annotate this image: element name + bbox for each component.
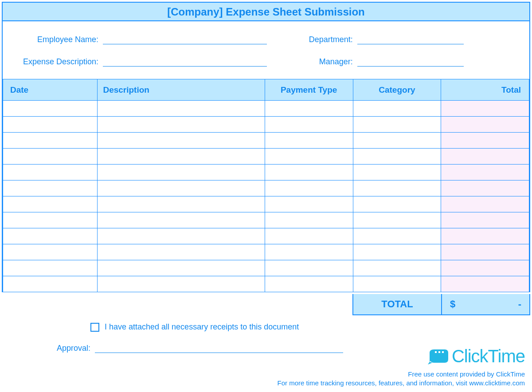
brand-name: ClickTime [452, 346, 525, 366]
cell-description[interactable] [98, 180, 265, 196]
cell-description[interactable] [98, 165, 265, 180]
cell-description[interactable] [98, 212, 265, 228]
table-row [3, 276, 529, 292]
cell-category[interactable] [353, 133, 441, 149]
cell-category[interactable] [353, 228, 441, 244]
employee-name-field: Employee Name: [12, 35, 275, 44]
table-row [3, 165, 529, 180]
table-row [3, 117, 529, 133]
cell-category[interactable] [353, 260, 441, 276]
cell-payment_type[interactable] [265, 196, 353, 212]
credit-line-1: Free use content provided by ClickTime [408, 370, 525, 378]
employee-name-label: Employee Name: [12, 35, 100, 44]
cell-description[interactable] [98, 228, 265, 244]
expense-desc-input[interactable] [103, 57, 267, 67]
cell-description[interactable] [98, 276, 265, 292]
cell-total[interactable] [441, 180, 529, 196]
cell-description[interactable] [98, 196, 265, 212]
cell-description[interactable] [98, 149, 265, 165]
cell-payment_type[interactable] [265, 244, 353, 260]
cell-payment_type[interactable] [265, 117, 353, 133]
clock-icon [427, 348, 449, 365]
col-payment-type: Payment Type [265, 79, 353, 101]
manager-field: Manager: [275, 57, 520, 67]
cell-category[interactable] [353, 244, 441, 260]
cell-description[interactable] [98, 101, 265, 117]
cell-description[interactable] [98, 244, 265, 260]
cell-total[interactable] [441, 101, 529, 117]
approval-input[interactable] [95, 343, 343, 353]
cell-payment_type[interactable] [265, 101, 353, 117]
cell-date[interactable] [3, 244, 98, 260]
cell-total[interactable] [441, 196, 529, 212]
cell-date[interactable] [3, 165, 98, 180]
department-input[interactable] [357, 35, 464, 44]
cell-date[interactable] [3, 180, 98, 196]
cell-date[interactable] [3, 117, 98, 133]
cell-date[interactable] [3, 276, 98, 292]
col-date: Date [3, 79, 98, 101]
cell-category[interactable] [353, 117, 441, 133]
cell-date[interactable] [3, 212, 98, 228]
cell-category[interactable] [353, 212, 441, 228]
cell-total[interactable] [441, 212, 529, 228]
cell-payment_type[interactable] [265, 260, 353, 276]
cell-description[interactable] [98, 260, 265, 276]
table-row [3, 228, 529, 244]
cell-description[interactable] [98, 117, 265, 133]
cell-category[interactable] [353, 165, 441, 180]
cell-date[interactable] [3, 228, 98, 244]
cell-category[interactable] [353, 149, 441, 165]
expense-table: Date Description Payment Type Category T… [3, 79, 529, 292]
table-header-row: Date Description Payment Type Category T… [3, 79, 529, 101]
cell-date[interactable] [3, 149, 98, 165]
brand-logo: ClickTime [427, 346, 525, 366]
cell-total[interactable] [441, 165, 529, 180]
cell-total[interactable] [441, 244, 529, 260]
col-category: Category [353, 79, 441, 101]
receipts-checkbox[interactable] [90, 323, 99, 332]
manager-input[interactable] [357, 57, 464, 67]
cell-description[interactable] [98, 133, 265, 149]
totals-value: $ - [442, 294, 530, 315]
page-title: [Company] Expense Sheet Submission [3, 3, 529, 21]
svg-rect-2 [442, 351, 444, 353]
cell-category[interactable] [353, 276, 441, 292]
department-label: Department: [275, 35, 355, 44]
expense-desc-field: Expense Description: [12, 57, 275, 67]
cell-category[interactable] [353, 101, 441, 117]
table-row [3, 133, 529, 149]
table-row [3, 244, 529, 260]
cell-payment_type[interactable] [265, 133, 353, 149]
table-row [3, 196, 529, 212]
totals-currency: $ [450, 298, 455, 310]
cell-date[interactable] [3, 196, 98, 212]
totals-amount: - [518, 298, 521, 310]
cell-total[interactable] [441, 228, 529, 244]
receipts-label: I have attached all necessary receipts t… [105, 322, 299, 332]
cell-payment_type[interactable] [265, 165, 353, 180]
cell-payment_type[interactable] [265, 228, 353, 244]
cell-total[interactable] [441, 260, 529, 276]
cell-date[interactable] [3, 133, 98, 149]
cell-payment_type[interactable] [265, 149, 353, 165]
cell-payment_type[interactable] [265, 212, 353, 228]
expense-sheet: [Company] Expense Sheet Submission Emplo… [2, 2, 530, 292]
table-row [3, 260, 529, 276]
cell-total[interactable] [441, 133, 529, 149]
svg-rect-1 [438, 351, 440, 353]
employee-name-input[interactable] [103, 35, 267, 44]
cell-category[interactable] [353, 180, 441, 196]
cell-total[interactable] [441, 276, 529, 292]
cell-payment_type[interactable] [265, 276, 353, 292]
cell-date[interactable] [3, 101, 98, 117]
manager-label: Manager: [275, 57, 355, 67]
cell-total[interactable] [441, 149, 529, 165]
cell-payment_type[interactable] [265, 180, 353, 196]
cell-total[interactable] [441, 117, 529, 133]
table-row [3, 180, 529, 196]
col-total: Total [441, 79, 529, 101]
table-row [3, 101, 529, 117]
cell-category[interactable] [353, 196, 441, 212]
cell-date[interactable] [3, 260, 98, 276]
